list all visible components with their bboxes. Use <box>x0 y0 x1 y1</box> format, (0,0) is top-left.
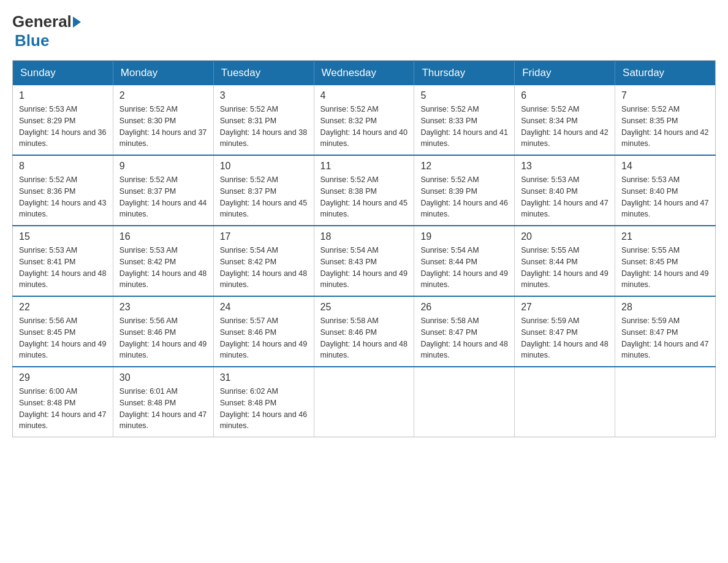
day-number: 7 <box>621 90 709 101</box>
day-info: Sunrise: 5:54 AMSunset: 8:42 PMDaylight:… <box>220 245 308 291</box>
day-number: 15 <box>19 231 107 242</box>
day-info: Sunrise: 5:53 AMSunset: 8:40 PMDaylight:… <box>521 174 609 220</box>
calendar-cell: 5 Sunrise: 5:52 AMSunset: 8:33 PMDayligh… <box>414 85 515 155</box>
calendar-cell: 21 Sunrise: 5:55 AMSunset: 8:45 PMDaylig… <box>615 226 716 296</box>
calendar-cell: 24 Sunrise: 5:57 AMSunset: 8:46 PMDaylig… <box>213 296 314 367</box>
calendar-cell: 4 Sunrise: 5:52 AMSunset: 8:32 PMDayligh… <box>314 85 414 155</box>
day-number: 13 <box>521 161 609 172</box>
calendar-cell: 25 Sunrise: 5:58 AMSunset: 8:46 PMDaylig… <box>314 296 414 367</box>
weekday-header-monday: Monday <box>113 61 213 86</box>
day-number: 5 <box>420 90 508 101</box>
day-number: 1 <box>19 90 107 101</box>
calendar-cell: 19 Sunrise: 5:54 AMSunset: 8:44 PMDaylig… <box>414 226 515 296</box>
day-number: 9 <box>119 161 207 172</box>
logo-line1: General <box>12 12 82 31</box>
day-info: Sunrise: 5:53 AMSunset: 8:29 PMDaylight:… <box>19 104 107 150</box>
day-number: 8 <box>19 161 107 172</box>
day-number: 4 <box>320 90 408 101</box>
day-number: 19 <box>420 231 508 242</box>
day-number: 28 <box>621 302 709 313</box>
day-info: Sunrise: 5:52 AMSunset: 8:34 PMDaylight:… <box>521 104 609 150</box>
day-info: Sunrise: 5:57 AMSunset: 8:46 PMDaylight:… <box>220 315 308 361</box>
day-number: 27 <box>521 302 609 313</box>
day-info: Sunrise: 5:52 AMSunset: 8:30 PMDaylight:… <box>119 104 207 150</box>
day-number: 21 <box>621 231 709 242</box>
day-info: Sunrise: 5:55 AMSunset: 8:45 PMDaylight:… <box>621 245 709 291</box>
day-number: 24 <box>220 302 308 313</box>
day-number: 16 <box>119 231 207 242</box>
calendar-cell: 26 Sunrise: 5:58 AMSunset: 8:47 PMDaylig… <box>414 296 515 367</box>
day-info: Sunrise: 5:52 AMSunset: 8:36 PMDaylight:… <box>19 174 107 220</box>
day-number: 30 <box>119 372 207 383</box>
calendar-cell: 9 Sunrise: 5:52 AMSunset: 8:37 PMDayligh… <box>113 155 213 226</box>
day-info: Sunrise: 5:53 AMSunset: 8:40 PMDaylight:… <box>621 174 709 220</box>
calendar-cell: 27 Sunrise: 5:59 AMSunset: 8:47 PMDaylig… <box>515 296 615 367</box>
calendar-cell: 23 Sunrise: 5:56 AMSunset: 8:46 PMDaylig… <box>113 296 213 367</box>
calendar-week-row: 1 Sunrise: 5:53 AMSunset: 8:29 PMDayligh… <box>13 85 716 155</box>
day-number: 23 <box>119 302 207 313</box>
day-info: Sunrise: 5:54 AMSunset: 8:43 PMDaylight:… <box>320 245 408 291</box>
day-info: Sunrise: 5:56 AMSunset: 8:45 PMDaylight:… <box>19 315 107 361</box>
day-info: Sunrise: 6:01 AMSunset: 8:48 PMDaylight:… <box>119 386 207 432</box>
logo-blue: Blue <box>15 31 49 50</box>
day-info: Sunrise: 5:52 AMSunset: 8:39 PMDaylight:… <box>420 174 508 220</box>
day-number: 3 <box>220 90 308 101</box>
calendar-cell: 15 Sunrise: 5:53 AMSunset: 8:41 PMDaylig… <box>13 226 113 296</box>
calendar-table: SundayMondayTuesdayWednesdayThursdayFrid… <box>12 60 716 437</box>
day-number: 26 <box>420 302 508 313</box>
calendar-cell: 13 Sunrise: 5:53 AMSunset: 8:40 PMDaylig… <box>515 155 615 226</box>
day-info: Sunrise: 5:53 AMSunset: 8:42 PMDaylight:… <box>119 245 207 291</box>
calendar-cell: 11 Sunrise: 5:52 AMSunset: 8:38 PMDaylig… <box>314 155 414 226</box>
logo-arrow-icon <box>73 17 81 28</box>
day-info: Sunrise: 5:54 AMSunset: 8:44 PMDaylight:… <box>420 245 508 291</box>
weekday-header-saturday: Saturday <box>615 61 716 86</box>
day-info: Sunrise: 5:59 AMSunset: 8:47 PMDaylight:… <box>621 315 709 361</box>
calendar-cell: 20 Sunrise: 5:55 AMSunset: 8:44 PMDaylig… <box>515 226 615 296</box>
calendar-cell <box>515 367 615 437</box>
day-number: 6 <box>521 90 609 101</box>
day-info: Sunrise: 5:53 AMSunset: 8:41 PMDaylight:… <box>19 245 107 291</box>
weekday-header-tuesday: Tuesday <box>213 61 314 86</box>
calendar-cell: 2 Sunrise: 5:52 AMSunset: 8:30 PMDayligh… <box>113 85 213 155</box>
calendar-cell: 22 Sunrise: 5:56 AMSunset: 8:45 PMDaylig… <box>13 296 113 367</box>
day-number: 11 <box>320 161 408 172</box>
day-info: Sunrise: 5:55 AMSunset: 8:44 PMDaylight:… <box>521 245 609 291</box>
day-info: Sunrise: 5:52 AMSunset: 8:33 PMDaylight:… <box>420 104 508 150</box>
day-info: Sunrise: 5:58 AMSunset: 8:46 PMDaylight:… <box>320 315 408 361</box>
weekday-header-wednesday: Wednesday <box>314 61 414 86</box>
calendar-cell <box>615 367 716 437</box>
calendar-cell: 3 Sunrise: 5:52 AMSunset: 8:31 PMDayligh… <box>213 85 314 155</box>
day-info: Sunrise: 5:52 AMSunset: 8:38 PMDaylight:… <box>320 174 408 220</box>
logo-line2: Blue <box>12 31 49 50</box>
day-info: Sunrise: 5:52 AMSunset: 8:35 PMDaylight:… <box>621 104 709 150</box>
day-number: 2 <box>119 90 207 101</box>
calendar-cell: 17 Sunrise: 5:54 AMSunset: 8:42 PMDaylig… <box>213 226 314 296</box>
calendar-cell: 28 Sunrise: 5:59 AMSunset: 8:47 PMDaylig… <box>615 296 716 367</box>
calendar-cell: 18 Sunrise: 5:54 AMSunset: 8:43 PMDaylig… <box>314 226 414 296</box>
calendar-cell: 8 Sunrise: 5:52 AMSunset: 8:36 PMDayligh… <box>13 155 113 226</box>
day-number: 12 <box>420 161 508 172</box>
calendar-cell: 7 Sunrise: 5:52 AMSunset: 8:35 PMDayligh… <box>615 85 716 155</box>
calendar-week-row: 29 Sunrise: 6:00 AMSunset: 8:48 PMDaylig… <box>13 367 716 437</box>
day-info: Sunrise: 5:59 AMSunset: 8:47 PMDaylight:… <box>521 315 609 361</box>
day-number: 25 <box>320 302 408 313</box>
day-info: Sunrise: 5:52 AMSunset: 8:37 PMDaylight:… <box>119 174 207 220</box>
calendar-cell <box>414 367 515 437</box>
calendar-week-row: 8 Sunrise: 5:52 AMSunset: 8:36 PMDayligh… <box>13 155 716 226</box>
logo: General Blue <box>12 12 82 50</box>
calendar-cell: 16 Sunrise: 5:53 AMSunset: 8:42 PMDaylig… <box>113 226 213 296</box>
day-number: 20 <box>521 231 609 242</box>
day-number: 14 <box>621 161 709 172</box>
calendar-week-row: 22 Sunrise: 5:56 AMSunset: 8:45 PMDaylig… <box>13 296 716 367</box>
day-info: Sunrise: 6:00 AMSunset: 8:48 PMDaylight:… <box>19 386 107 432</box>
calendar-cell: 6 Sunrise: 5:52 AMSunset: 8:34 PMDayligh… <box>515 85 615 155</box>
calendar-cell: 29 Sunrise: 6:00 AMSunset: 8:48 PMDaylig… <box>13 367 113 437</box>
day-number: 17 <box>220 231 308 242</box>
day-info: Sunrise: 6:02 AMSunset: 8:48 PMDaylight:… <box>220 386 308 432</box>
calendar-cell: 10 Sunrise: 5:52 AMSunset: 8:37 PMDaylig… <box>213 155 314 226</box>
calendar-week-row: 15 Sunrise: 5:53 AMSunset: 8:41 PMDaylig… <box>13 226 716 296</box>
calendar-cell <box>314 367 414 437</box>
day-info: Sunrise: 5:56 AMSunset: 8:46 PMDaylight:… <box>119 315 207 361</box>
logo-general: General <box>12 12 72 31</box>
day-number: 18 <box>320 231 408 242</box>
